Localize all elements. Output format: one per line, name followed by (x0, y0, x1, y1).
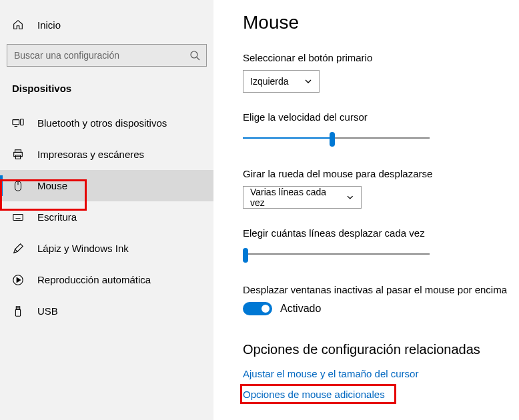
svg-marker-18 (17, 277, 20, 282)
keyboard-icon (12, 211, 24, 223)
link-additional-mouse-options[interactable]: Opciones de mouse adicionales (243, 389, 519, 400)
dropdown-value: Izquierda (250, 76, 289, 87)
sidebar-item-pen[interactable]: Lápiz y Windows Ink (0, 233, 213, 264)
toggle-state: Activado (280, 303, 321, 315)
sidebar-item-printers[interactable]: Impresoras y escáneres (0, 139, 213, 170)
sidebar-item-label: Escritura (37, 211, 77, 223)
pen-icon (12, 243, 24, 255)
usb-icon (12, 305, 24, 317)
search-input[interactable] (7, 44, 207, 67)
sidebar-item-typing[interactable]: Escritura (0, 201, 213, 233)
sidebar-item-label: Lápiz y Windows Ink (37, 243, 129, 254)
home-label: Inicio (37, 19, 61, 31)
lines-scroll-slider[interactable] (243, 245, 430, 264)
link-cursor-size[interactable]: Ajustar el mouse y el tamaño del cursor (243, 368, 519, 379)
page-title: Mouse (243, 12, 519, 33)
wheel-scroll-label: Girar la rueda del mouse para desplazars… (243, 168, 519, 179)
autoplay-icon (12, 274, 24, 286)
cursor-speed-slider[interactable] (243, 129, 430, 148)
sidebar-item-label: Bluetooth y otros dispositivos (37, 117, 167, 129)
svg-rect-3 (21, 119, 23, 125)
svg-rect-6 (14, 152, 23, 156)
svg-rect-20 (15, 309, 20, 316)
inactive-scroll-label: Desplazar ventanas inactivas al pasar el… (243, 284, 519, 295)
home-icon (12, 19, 24, 31)
primary-button-dropdown[interactable]: Izquierda (243, 70, 320, 93)
category-title: Dispositivos (0, 83, 213, 107)
sidebar-item-label: USB (37, 305, 58, 317)
dropdown-value: Varias líneas cada vez (250, 187, 340, 208)
settings-sidebar: Inicio Dispositivos Bluetooth y otros di… (0, 0, 213, 420)
svg-rect-10 (13, 214, 23, 220)
related-settings-title: Opciones de configuración relacionadas (243, 342, 519, 357)
svg-rect-19 (16, 306, 19, 309)
sidebar-item-label: Reproducción automática (37, 274, 151, 285)
chevron-down-icon (346, 193, 354, 201)
sidebar-item-label: Mouse (37, 180, 67, 191)
home-button[interactable]: Inicio (0, 19, 213, 44)
sidebar-item-autoplay[interactable]: Reproducción automática (0, 264, 213, 295)
chevron-down-icon (304, 77, 312, 85)
search-container (7, 44, 207, 67)
main-content: Mouse Seleccionar el botón primario Izqu… (213, 0, 519, 420)
cursor-speed-label: Elige la velocidad del cursor (243, 111, 519, 123)
primary-button-label: Seleccionar el botón primario (243, 52, 519, 63)
lines-scroll-label: Elegir cuántas líneas desplazar cada vez (243, 227, 519, 239)
sidebar-item-label: Impresoras y escáneres (37, 149, 144, 160)
inactive-scroll-toggle[interactable] (243, 302, 272, 315)
sidebar-item-bluetooth[interactable]: Bluetooth y otros dispositivos (0, 107, 213, 139)
printer-icon (12, 149, 24, 161)
devices-icon (12, 117, 24, 129)
sidebar-item-mouse[interactable]: Mouse (0, 170, 213, 201)
svg-rect-7 (15, 155, 20, 158)
mouse-icon (12, 180, 24, 192)
svg-line-16 (15, 249, 18, 251)
sidebar-item-usb[interactable]: USB (0, 295, 213, 327)
wheel-scroll-dropdown[interactable]: Varias líneas cada vez (243, 186, 362, 209)
svg-rect-2 (13, 119, 19, 124)
